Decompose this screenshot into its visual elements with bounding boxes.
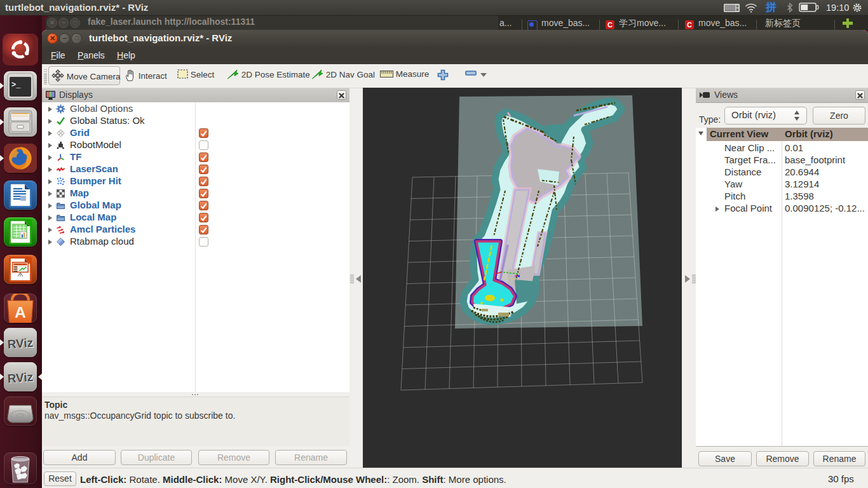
svg-text:>_: >_ [11, 81, 21, 90]
svg-text:A: A [15, 304, 26, 321]
svg-text:19:10: 19:10 [826, 3, 849, 13]
svg-text:RViz: RViz [7, 370, 34, 386]
svg-text:拼: 拼 [765, 1, 776, 13]
svg-text:RViz: RViz [7, 336, 34, 351]
